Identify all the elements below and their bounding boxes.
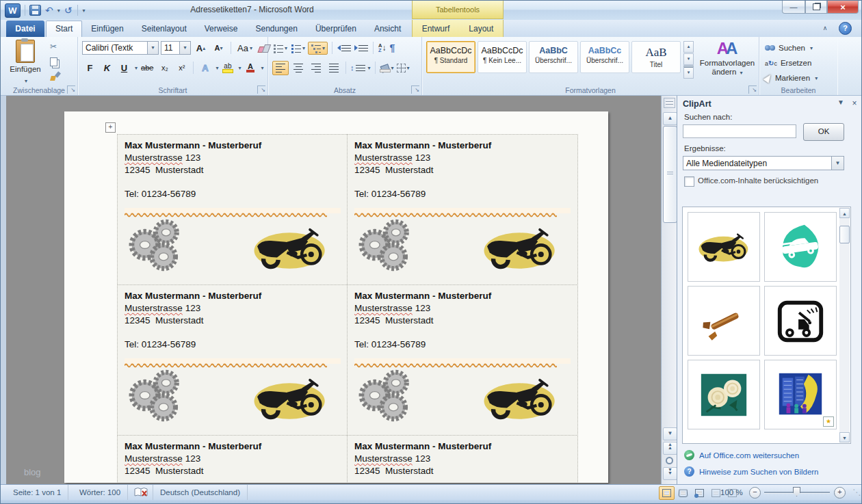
text-effects-dropdown-icon[interactable]: ▾ xyxy=(216,65,218,71)
line-spacing-button[interactable]: ↕▾ xyxy=(350,63,371,72)
font-name-combo[interactable]: Calibri (Textk ▾ xyxy=(82,41,159,55)
underline-dropdown-icon[interactable]: ▾ xyxy=(135,65,138,71)
gears-clipart[interactable] xyxy=(126,217,189,274)
highlight-dropdown-icon[interactable]: ▾ xyxy=(238,65,241,71)
clipart-thumb-city-scene[interactable]: ★ xyxy=(764,360,837,429)
style-ueberschrift-2[interactable]: AaBbCc Überschrif... xyxy=(580,41,629,73)
underline-button[interactable]: U xyxy=(116,60,132,76)
previous-page-icon[interactable]: ▲▲ xyxy=(663,442,677,455)
find-button[interactable]: Suchen ▾ xyxy=(765,41,813,55)
page-indicator[interactable]: Seite: 1 von 1 xyxy=(6,485,68,500)
label-cell[interactable]: Max Mustermann - Musterberuf Musterstras… xyxy=(117,134,348,293)
tab-sendungen[interactable]: Sendungen xyxy=(246,21,306,37)
table-move-handle-icon[interactable]: + xyxy=(105,122,116,133)
font-name-dropdown-icon[interactable]: ▾ xyxy=(147,42,158,54)
superscript-button[interactable]: x² xyxy=(174,60,190,76)
label-cell[interactable]: Max Mustermann - Musterberuf Musterstras… xyxy=(117,284,348,444)
gears-clipart[interactable] xyxy=(356,368,419,424)
zoom-level[interactable]: 100 % xyxy=(720,485,743,500)
align-center-button[interactable] xyxy=(290,61,306,75)
text-effects-button[interactable]: A xyxy=(197,60,213,76)
show-paragraph-marks-button[interactable]: ¶ xyxy=(389,42,395,54)
highlight-button[interactable]: ab xyxy=(220,60,235,76)
next-page-icon[interactable]: ▼▼ xyxy=(663,467,677,480)
style-titel[interactable]: AaB Titel xyxy=(631,41,681,73)
sort-button[interactable]: AZ↓ xyxy=(378,42,387,53)
replace-button[interactable]: a↻c Ersetzen xyxy=(765,56,811,70)
gallery-scroll-down-icon[interactable]: ▾ xyxy=(683,53,694,65)
tab-einfuegen[interactable]: Einfügen xyxy=(82,21,132,37)
style-kein-leerraum[interactable]: AaBbCcDc ¶ Kein Lee... xyxy=(478,41,527,73)
shading-button[interactable]: ▾ xyxy=(379,63,395,73)
fullscreen-reading-view-button[interactable] xyxy=(675,486,691,500)
tab-datei[interactable]: Datei xyxy=(6,21,44,37)
cut-button[interactable]: ✂ xyxy=(50,40,70,53)
search-input[interactable] xyxy=(683,124,796,138)
clipart-thumb-motorcycle[interactable] xyxy=(688,212,760,282)
tab-layout[interactable]: Layout xyxy=(460,21,502,37)
motorcycle-clipart[interactable] xyxy=(479,222,561,274)
spellcheck-icon[interactable] xyxy=(134,487,148,498)
font-size-dropdown-icon[interactable]: ▾ xyxy=(179,42,190,54)
numbering-button[interactable]: ▾ xyxy=(290,43,306,53)
link-office-search[interactable]: Auf Office.com weitersuchen xyxy=(684,450,799,460)
paste-dropdown-icon[interactable]: ▾ xyxy=(25,78,27,84)
style-standard[interactable]: AaBbCcDc ¶ Standard xyxy=(426,41,475,73)
multilevel-list-button[interactable]: ▾ xyxy=(308,42,328,55)
subscript-button[interactable]: x₂ xyxy=(157,60,172,76)
bold-button[interactable]: F xyxy=(82,60,98,76)
close-button[interactable]: × xyxy=(827,1,859,14)
help-button[interactable]: ? xyxy=(839,22,852,35)
select-browse-object-icon[interactable] xyxy=(666,457,673,464)
strikethrough-button[interactable]: abe xyxy=(139,60,155,76)
link-image-hints[interactable]: ? Hinweise zum Suchen von Bildern xyxy=(684,466,819,477)
scroll-down-icon[interactable]: ▼ xyxy=(663,427,677,440)
zoom-slider-thumb[interactable] xyxy=(793,487,800,496)
dialog-launcher-icon[interactable]: ↘ xyxy=(748,85,757,94)
pane-close-icon[interactable]: × xyxy=(849,98,860,108)
zoom-out-button[interactable]: − xyxy=(749,487,761,499)
tab-start[interactable]: Start xyxy=(46,21,82,37)
tab-verweise[interactable]: Verweise xyxy=(196,21,247,37)
tab-seitenlayout[interactable]: Seitenlayout xyxy=(133,21,196,37)
clipart-thumb-wrench[interactable] xyxy=(688,286,760,356)
font-color-dropdown-icon[interactable]: ▾ xyxy=(261,65,263,71)
borders-button[interactable]: ▾ xyxy=(396,63,410,73)
label-cell[interactable]: Max Mustermann - Musterberuf Musterstras… xyxy=(347,284,578,444)
word-count[interactable]: Wörter: 100 xyxy=(73,485,128,500)
tab-ueberpruefen[interactable]: Überprüfen xyxy=(306,21,365,37)
change-styles-button[interactable]: AA Formatvorlagen ändern ▾ xyxy=(698,40,756,85)
print-layout-view-button[interactable] xyxy=(659,486,675,500)
media-type-dropdown[interactable]: Alle Mediendateitypen ▼ xyxy=(683,156,844,170)
tab-ansicht[interactable]: Ansicht xyxy=(365,21,410,37)
results-scroll-thumb[interactable] xyxy=(839,226,850,243)
label-cell[interactable]: Max Mustermann - Musterberuf Musterstras… xyxy=(117,435,348,483)
ruler-toggle-icon[interactable] xyxy=(664,98,675,108)
clipart-thumb-roses[interactable] xyxy=(688,360,760,429)
font-color-button[interactable]: A xyxy=(242,60,258,76)
dialog-launcher-icon[interactable]: ↘ xyxy=(411,85,419,94)
scrollbar-thumb[interactable] xyxy=(663,126,677,223)
label-cell[interactable]: Max Mustermann - Musterberuf Musterstras… xyxy=(347,435,578,483)
select-button[interactable]: Markieren ▾ xyxy=(765,71,818,85)
dialog-launcher-icon[interactable]: ↘ xyxy=(67,85,75,94)
style-ueberschrift-1[interactable]: AaBbC Überschrif... xyxy=(529,41,578,73)
decrease-indent-button[interactable] xyxy=(337,44,352,52)
motorcycle-clipart[interactable] xyxy=(249,372,331,424)
pane-menu-icon[interactable]: ▼ xyxy=(835,98,846,106)
increase-indent-button[interactable] xyxy=(354,44,369,52)
tab-entwurf[interactable]: Entwurf xyxy=(413,21,459,37)
copy-button[interactable] xyxy=(50,55,70,68)
align-left-button[interactable] xyxy=(272,61,289,75)
resize-grip-icon[interactable]: ⋱ xyxy=(852,488,861,497)
dialog-launcher-icon[interactable]: ↘ xyxy=(257,85,265,94)
results-scroll-up-icon[interactable]: ▲ xyxy=(839,208,850,218)
gears-clipart[interactable] xyxy=(126,368,189,424)
minimize-button[interactable]: — xyxy=(782,1,805,14)
gears-clipart[interactable] xyxy=(356,217,419,274)
office-content-checkbox[interactable] xyxy=(684,176,694,187)
clipart-thumb-car-service[interactable] xyxy=(764,212,837,282)
results-scroll-down-icon[interactable]: ▼ xyxy=(839,432,850,442)
italic-button[interactable]: K xyxy=(99,60,115,76)
maximize-button[interactable] xyxy=(805,1,827,14)
